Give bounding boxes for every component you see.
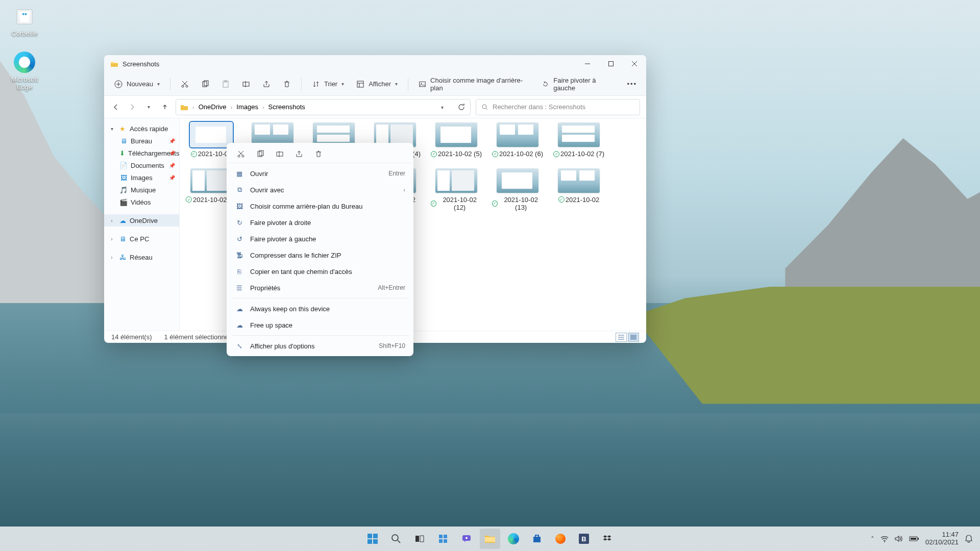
file-thumbnail[interactable]: ✓2021-10-02 (7)	[553, 122, 604, 158]
new-button[interactable]: Nouveau▾	[109, 76, 165, 93]
file-thumbnail[interactable]: ✓2021-10-02	[553, 168, 604, 212]
ctx-free-space[interactable]: ☁Free up space	[229, 317, 411, 333]
recycle-bin-icon[interactable]: Corbeille	[5, 5, 44, 37]
file-thumbnail[interactable]: ✓2021-10-02 (6)	[492, 122, 543, 158]
thumbnails-view-button[interactable]	[628, 333, 639, 342]
sidebar-item-music[interactable]: 🎵Musique	[104, 184, 179, 196]
ctx-rotate-left[interactable]: ↺Faire pivoter à gauche	[229, 231, 411, 247]
ctx-properties[interactable]: ☰PropriétésAlt+Entrer	[229, 280, 411, 296]
notification-button[interactable]	[965, 535, 973, 543]
edge-taskbar-button[interactable]	[503, 529, 524, 549]
more-button[interactable]: •••	[623, 76, 641, 93]
sidebar-onedrive[interactable]: ›☁OneDrive	[104, 214, 179, 227]
sidebar-item-bureau[interactable]: 🖥Bureau📌	[104, 135, 179, 147]
sidebar: ▾★Accès rapide 🖥Bureau📌 ⬇Téléchargements…	[104, 118, 180, 331]
sort-button[interactable]: Trier▾	[307, 76, 349, 93]
edge-icon[interactable]: Microsoft Edge	[5, 51, 44, 91]
volume-icon[interactable]	[895, 535, 903, 542]
dropbox-button[interactable]	[597, 529, 618, 549]
start-button[interactable]	[362, 529, 383, 549]
close-button[interactable]	[623, 55, 646, 72]
taskbar: B ˄ 11:47 02/10/2021	[0, 527, 980, 551]
tray-overflow-button[interactable]: ˄	[871, 535, 874, 543]
set-background-button[interactable]: Choisir comme image d'arrière-plan	[413, 76, 534, 93]
ctx-show-more[interactable]: ⤡Afficher plus d'optionsShift+F10	[229, 338, 411, 354]
breadcrumb[interactable]: ›OneDrive ›Images ›Screenshots ▾	[176, 99, 471, 115]
view-button[interactable]: Afficher▾	[351, 76, 403, 93]
sidebar-item-videos[interactable]: 🎬Vidéos	[104, 196, 179, 208]
file-thumbnail[interactable]: ✓2021-10-02 (12)	[431, 168, 482, 212]
search-input[interactable]: Rechercher dans : Screenshots	[476, 99, 640, 115]
sidebar-this-pc[interactable]: ›🖥Ce PC	[104, 233, 179, 245]
svg-point-37	[884, 541, 885, 542]
clock[interactable]: 11:47 02/10/2021	[925, 531, 959, 546]
crumb-onedrive[interactable]: OneDrive	[199, 103, 227, 111]
file-thumbnail[interactable]: ✓2021-10-02 (5)	[431, 122, 482, 158]
ctx-copy-button[interactable]	[253, 147, 267, 161]
file-thumbnail[interactable]: ✓2021-10-02 (13)	[492, 168, 543, 212]
svg-rect-33	[444, 539, 447, 543]
sidebar-item-documents[interactable]: 📄Documents📌	[104, 159, 179, 171]
svg-rect-10	[357, 81, 363, 87]
pin-icon: 📌	[169, 138, 175, 144]
sidebar-quick-access[interactable]: ▾★Accès rapide	[104, 122, 179, 135]
paste-button[interactable]	[216, 76, 235, 93]
search-button[interactable]	[386, 529, 406, 549]
ctx-rename-button[interactable]	[273, 147, 287, 161]
sidebar-item-images[interactable]: 🖼Images📌	[104, 171, 179, 184]
ctx-copy-path[interactable]: ⎘Copier en tant que chemin d'accès	[229, 263, 411, 280]
maximize-button[interactable]	[599, 55, 623, 72]
cloud-free-icon: ☁	[235, 321, 244, 329]
recent-dropdown[interactable]: ▾	[143, 102, 154, 113]
svg-rect-36	[533, 537, 541, 542]
store-button[interactable]	[527, 529, 547, 549]
task-view-button[interactable]	[409, 529, 430, 549]
ctx-open-with[interactable]: ⧉Ouvrir avec›	[229, 182, 411, 198]
breadcrumb-dropdown[interactable]: ▾	[441, 103, 444, 111]
sidebar-item-downloads[interactable]: ⬇Téléchargements📌	[104, 147, 179, 159]
ctx-set-background[interactable]: 🖼Choisir comme arrière-plan du Bureau	[229, 198, 411, 214]
widgets-button[interactable]	[433, 529, 453, 549]
sync-icon: ✓	[558, 196, 565, 203]
ctx-cut-button[interactable]	[234, 147, 248, 161]
ctx-delete-button[interactable]	[311, 147, 326, 161]
ctx-keep-on-device[interactable]: ☁Always keep on this device	[229, 300, 411, 317]
ctx-compress-zip[interactable]: 🗜Compresser dans le fichier ZIP	[229, 247, 411, 263]
cut-button[interactable]	[176, 76, 194, 93]
details-view-button[interactable]	[616, 333, 627, 342]
crumb-images[interactable]: Images	[236, 103, 258, 111]
file-name: 2021-10-02 (13)	[499, 196, 543, 212]
ctx-open-label: Ouvrir	[250, 170, 268, 178]
forward-button[interactable]	[127, 102, 138, 113]
ctx-rotate-right[interactable]: ↻Faire pivoter à droite	[229, 214, 411, 231]
titlebar[interactable]: Screenshots	[104, 55, 646, 72]
properties-icon: ☰	[235, 284, 244, 292]
wifi-icon[interactable]	[880, 535, 889, 542]
sync-icon: ✓	[553, 151, 559, 157]
context-quick-bar	[229, 145, 411, 163]
rename-button[interactable]	[237, 76, 255, 93]
ctx-share-button[interactable]	[292, 147, 306, 161]
app-b-button[interactable]: B	[574, 529, 594, 549]
minimize-button[interactable]	[576, 55, 599, 72]
back-button[interactable]	[110, 102, 121, 113]
crumb-screenshots[interactable]: Screenshots	[268, 103, 305, 111]
svg-rect-25	[368, 539, 372, 544]
sidebar-network[interactable]: ›🖧Réseau	[104, 251, 179, 263]
battery-icon[interactable]	[909, 536, 919, 542]
folder-icon	[180, 104, 188, 111]
edge-label: Microsoft Edge	[5, 76, 44, 91]
share-button[interactable]	[257, 76, 276, 93]
copy-button[interactable]	[196, 76, 214, 93]
rotate-left-button[interactable]: Faire pivoter à gauche	[536, 76, 621, 93]
svg-rect-16	[631, 338, 633, 339]
window-title: Screenshots	[122, 60, 159, 68]
firefox-button[interactable]	[550, 529, 571, 549]
up-button[interactable]	[159, 102, 170, 113]
delete-button[interactable]	[278, 76, 296, 93]
chat-button[interactable]	[456, 529, 477, 549]
svg-rect-11	[420, 82, 425, 86]
ctx-open[interactable]: ▦OuvrirEntrer	[229, 165, 411, 182]
explorer-taskbar-button[interactable]	[480, 529, 500, 549]
refresh-button[interactable]	[456, 102, 467, 113]
